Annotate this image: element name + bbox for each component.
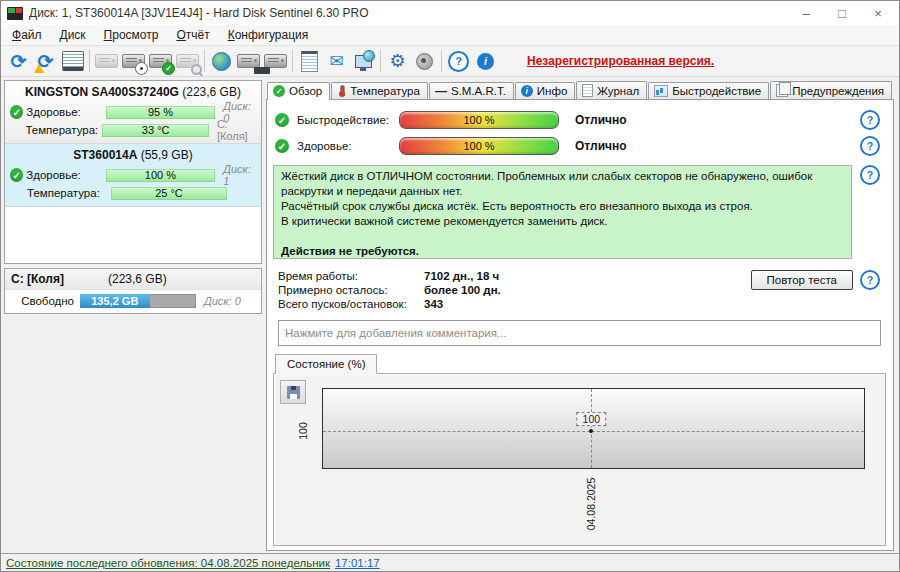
remote-monitor-icon[interactable] <box>350 48 377 74</box>
maximize-button[interactable]: □ <box>825 2 859 24</box>
health-bar: 95 % <box>106 106 216 119</box>
free-space-bar: 135,2 GB <box>80 294 196 308</box>
app-window: Диск: 1, ST360014A [3JV1E4J4] - Hard Dis… <box>0 0 900 572</box>
help-health-icon[interactable]: ? <box>860 136 880 156</box>
status-bar: Состояние последнего обновления: 04.08.2… <box>1 553 899 571</box>
gridline-horizontal <box>323 431 864 432</box>
tabs-bar: ✓ Обзор Температура — S.M.A.R.T. i Инфо <box>266 80 894 99</box>
performance-status: Отлично <box>575 113 627 127</box>
window-title: Диск: 1, ST360014A [3JV1E4J4] - Hard Dis… <box>29 6 369 20</box>
disk-plain-icon[interactable] <box>93 48 120 74</box>
partition-size: (223,6 GB) <box>108 272 167 286</box>
alerts-tab-icon <box>776 84 788 97</box>
stat-value: 7102 дн., 18 ч <box>424 270 501 282</box>
disk-schedule-icon[interactable] <box>120 48 147 74</box>
tab-performance[interactable]: Быстродействие <box>648 82 769 99</box>
title-bar: Диск: 1, ST360014A [3JV1E4J4] - Hard Dis… <box>1 1 899 25</box>
health-bar: 100 % <box>106 169 216 182</box>
tab-alerts[interactable]: Предупреждения <box>770 81 892 99</box>
menu-file[interactable]: Файл <box>3 26 51 44</box>
menu-bar: Файл Диск Просмотр Отчёт Конфигурация <box>1 25 899 46</box>
minimize-button[interactable]: – <box>789 2 823 24</box>
menu-report[interactable]: Отчёт <box>167 26 218 44</box>
app-icon <box>7 7 23 20</box>
temp-label: Температура: <box>25 124 102 136</box>
unregistered-version-link[interactable]: Незарегистрированная версия. <box>527 54 714 68</box>
health-status: Отлично <box>575 139 627 153</box>
sidebar: KINGSTON SA400S37240G (223,6 GB) ✓ Здоро… <box>1 77 263 553</box>
health-label: Здоровье: <box>297 140 399 152</box>
info-tab-icon: i <box>521 85 533 97</box>
disk-hardware-icon[interactable] <box>262 48 289 74</box>
chart-tab-health-percent[interactable]: Состояние (%) <box>275 354 377 374</box>
health-row: ✓ Здоровье: 100 % Отлично ? <box>273 136 886 156</box>
performance-row: ✓ Быстродействие: 100 % Отлично ? <box>273 110 886 130</box>
magnifier-badge-icon <box>191 64 202 75</box>
data-point-label: 100 <box>577 412 607 426</box>
last-update-time: 17:01:17 <box>335 557 380 569</box>
disk-test-ok-icon[interactable]: ✓ <box>147 48 174 74</box>
tab-smart[interactable]: — S.M.A.R.T. <box>429 82 514 99</box>
health-bar: 100 % <box>399 137 559 155</box>
disk-details-icon[interactable] <box>59 48 86 74</box>
retest-button[interactable]: Повтор теста <box>751 270 853 290</box>
tab-temperature[interactable]: Температура <box>331 82 428 99</box>
save-chart-button[interactable] <box>280 380 306 404</box>
temp-bar: 25 °C <box>111 187 227 200</box>
close-button[interactable]: × <box>861 2 895 24</box>
disk-card-kingston[interactable]: KINGSTON SA400S37240G (223,6 GB) ✓ Здоро… <box>5 81 261 144</box>
refresh-icon[interactable]: ⟳ <box>5 48 32 74</box>
lifetime-stats: Время работы: 7102 дн., 18 ч Примерно ос… <box>278 270 501 310</box>
temp-label: Температура: <box>27 187 111 199</box>
about-info-icon[interactable]: i <box>472 48 499 74</box>
ok-icon: ✓ <box>275 139 289 153</box>
overview-tab-icon: ✓ <box>273 85 285 97</box>
stat-value: 343 <box>424 298 501 310</box>
comment-input[interactable] <box>278 320 881 346</box>
health-ok-icon: ✓ <box>10 105 23 119</box>
floppy-save-icon <box>287 386 300 399</box>
help-icon[interactable]: ? <box>445 48 472 74</box>
help-summary-icon[interactable]: ? <box>860 165 880 185</box>
disk-surface-test-icon[interactable] <box>174 48 201 74</box>
smart-tab-icon: — <box>435 86 447 96</box>
sound-settings-icon[interactable] <box>411 48 438 74</box>
help-retest-icon[interactable]: ? <box>860 270 880 290</box>
network-disk-icon[interactable] <box>208 48 235 74</box>
health-chart: 100 100 04.08.2025 <box>273 373 886 546</box>
partition-card[interactable]: C: [Коля] (223,6 GB) Свободно 135,2 GB Д… <box>4 268 262 314</box>
menu-view[interactable]: Просмотр <box>95 26 168 44</box>
drive-letter: C: [Коля] <box>217 118 258 142</box>
tab-info[interactable]: i Инфо <box>515 82 575 99</box>
settings-gear-icon[interactable]: ⚙ <box>384 48 411 74</box>
stat-label: Время работы: <box>278 270 424 282</box>
tab-overview[interactable]: ✓ Обзор <box>267 82 330 100</box>
stat-value: более 100 дн. <box>424 284 501 296</box>
disk-card-st360014a[interactable]: ST360014A (55,9 GB) ✓ Здоровье: 100 % Ди… <box>5 144 261 207</box>
stat-label: Примерно осталось: <box>278 284 424 296</box>
last-update-text: Состояние последнего обновления: 04.08.2… <box>6 557 330 569</box>
summary-line: В критически важной системе рекомендуетс… <box>281 214 844 229</box>
report-icon[interactable] <box>296 48 323 74</box>
mail-icon[interactable]: ✉ <box>323 48 350 74</box>
summary-line: Расчётный срок службы диска истёк. Есть … <box>281 199 844 214</box>
toolbar: ⟳ ⟳ ✓ ✉ ⚙ ? i Незарегистрированная верси… <box>1 46 899 77</box>
health-label: Здоровье: <box>26 169 105 181</box>
menu-configuration[interactable]: Конфигурация <box>219 26 318 44</box>
partition-name: C: [Коля] <box>11 272 64 286</box>
disk-number: Диск: 0 <box>204 295 241 307</box>
free-space-label: Свободно <box>8 295 80 307</box>
ok-icon: ✓ <box>275 113 289 127</box>
data-point <box>589 429 593 433</box>
tool-badge-icon <box>261 67 270 74</box>
tab-log[interactable]: Журнал <box>576 81 647 99</box>
disk-connect-icon[interactable] <box>235 48 262 74</box>
health-summary-box: Жёсткий диск в ОТЛИЧНОМ состоянии. Пробл… <box>273 165 852 259</box>
refresh-warning-icon[interactable]: ⟳ <box>32 48 59 74</box>
menu-disk[interactable]: Диск <box>51 26 95 44</box>
disk-number: Диск: 1 <box>223 163 258 187</box>
temp-bar: 33 °C <box>102 124 208 137</box>
disk-size: (223,6 GB) <box>182 85 241 99</box>
overview-content: ✓ Быстродействие: 100 % Отлично ? ✓ Здор… <box>266 99 894 551</box>
help-performance-icon[interactable]: ? <box>860 110 880 130</box>
